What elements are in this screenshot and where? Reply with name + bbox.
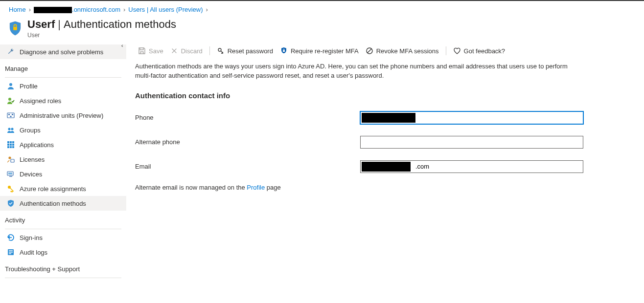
redacted-phone [362, 113, 415, 123]
shield-small-icon [7, 199, 15, 207]
cmd-label: Got feedback? [464, 47, 506, 55]
sidebar-item-label: Azure role assignments [20, 185, 86, 193]
discard-button[interactable]: Discard [170, 47, 203, 55]
cmd-label: Revoke MFA sessions [376, 47, 439, 55]
sidebar-section-troubleshoot: Troubleshooting + Support [0, 260, 126, 276]
command-bar: Save Discard Reset password Require re-r [135, 42, 635, 60]
sidebar-item-label: Licenses [20, 156, 45, 163]
sidebar-item-label: Audit logs [20, 249, 47, 256]
person-check-icon [7, 97, 15, 105]
feedback-button[interactable]: Got feedback? [453, 47, 506, 55]
sidebar-item-admin-units[interactable]: Administrative units (Preview) [0, 108, 126, 123]
revoke-mfa-button[interactable]: Revoke MFA sessions [366, 47, 439, 55]
svg-rect-13 [10, 144, 12, 146]
form-row-email: Email [135, 157, 635, 182]
sidebar-item-signins[interactable]: Sign-ins [0, 230, 126, 245]
svg-point-8 [11, 128, 14, 130]
heart-icon [453, 47, 461, 55]
key-reset-icon [217, 47, 225, 55]
breadcrumb-tenant[interactable]: .onmicrosoft.com [34, 6, 120, 13]
sidebar-item-label: Sign-ins [20, 234, 43, 241]
save-button[interactable]: Save [138, 47, 163, 55]
svg-rect-4 [8, 114, 10, 115]
redacted-email [362, 162, 411, 172]
chevron-right-icon: › [29, 6, 31, 13]
svg-rect-11 [12, 141, 14, 143]
sidebar-item-assigned-roles[interactable]: Assigned roles [0, 93, 126, 108]
shield-lock-icon [9, 21, 22, 36]
require-mfa-button[interactable]: Require re-register MFA [280, 47, 359, 55]
groups-icon [7, 126, 15, 134]
sidebar-item-diagnose[interactable]: Diagnose and solve problems [0, 44, 126, 59]
x-icon [170, 47, 178, 55]
person-icon [7, 82, 15, 90]
sidebar-item-label: Assigned roles [20, 97, 61, 105]
sidebar-section-activity: Activity [0, 211, 126, 227]
sidebar-item-label: Administrative units (Preview) [20, 112, 103, 119]
separator [209, 46, 210, 55]
divider [5, 229, 121, 229]
redacted-tenant-name [34, 7, 72, 13]
breadcrumb-home[interactable]: Home [9, 6, 26, 13]
page-subtitle: User [27, 31, 176, 39]
reset-password-button[interactable]: Reset password [217, 47, 273, 55]
apps-icon [7, 141, 15, 149]
svg-rect-0 [13, 27, 17, 30]
sidebar-item-applications[interactable]: Applications [0, 137, 126, 152]
cmd-label: Require re-register MFA [291, 47, 359, 55]
sidebar-item-authentication-methods[interactable]: Authentication methods [0, 196, 126, 211]
svg-rect-6 [10, 116, 12, 117]
sidebar-item-label: Groups [20, 127, 41, 134]
svg-rect-21 [8, 173, 12, 174]
sidebar-item-audit-logs[interactable]: Audit logs [0, 245, 126, 260]
signin-icon [7, 234, 15, 241]
divider [5, 77, 121, 78]
chevron-right-icon: › [123, 6, 125, 13]
field-label-phone: Phone [135, 114, 360, 121]
svg-rect-17 [12, 146, 14, 148]
svg-rect-12 [7, 144, 9, 146]
separator [446, 46, 446, 55]
main-content: Save Discard Reset password Require re-r [126, 42, 644, 279]
field-label-alt-phone: Alternate phone [135, 138, 360, 146]
form-row-phone: Phone [135, 108, 635, 133]
user-display-name: Userf [27, 18, 55, 31]
page-header: Userf | Authentication methods User [0, 18, 644, 42]
cmd-label: Save [149, 47, 163, 55]
sidebar-item-profile[interactable]: Profile [0, 79, 126, 93]
org-icon [7, 111, 15, 119]
profile-link[interactable]: Profile [247, 184, 265, 191]
svg-point-1 [9, 83, 12, 86]
svg-rect-25 [283, 50, 285, 52]
svg-rect-5 [12, 114, 13, 115]
wrench-icon [7, 48, 15, 56]
alternate-phone-input[interactable] [360, 136, 583, 149]
block-icon [366, 47, 373, 55]
alt-email-note: Alternate email is now managed on the Pr… [135, 182, 635, 191]
device-icon [7, 170, 15, 178]
breadcrumb-users[interactable]: Users | All users (Preview) [128, 6, 203, 13]
lock-shield-icon [280, 47, 288, 55]
sidebar: ‹‹ Diagnose and solve problems Manage Pr… [0, 42, 126, 279]
license-icon [7, 155, 15, 163]
sidebar-section-manage: Manage [0, 59, 126, 75]
svg-rect-14 [12, 144, 14, 146]
log-icon [7, 248, 15, 256]
key-icon [7, 185, 15, 193]
svg-rect-15 [7, 146, 9, 148]
field-label-email: Email [135, 163, 360, 170]
save-icon [138, 47, 146, 55]
svg-rect-9 [7, 141, 9, 143]
sidebar-item-label: Profile [20, 83, 38, 90]
svg-rect-19 [11, 159, 14, 162]
breadcrumb: Home › .onmicrosoft.com › Users | All us… [0, 1, 644, 18]
page-section-name: Authentication methods [64, 18, 176, 31]
sidebar-item-devices[interactable]: Devices [0, 167, 126, 181]
sidebar-item-label: Applications [20, 141, 54, 149]
sidebar-item-azure-role[interactable]: Azure role assignments [0, 181, 126, 196]
sidebar-item-label: Devices [20, 171, 42, 178]
sidebar-item-groups[interactable]: Groups [0, 123, 126, 137]
svg-rect-16 [10, 146, 12, 148]
cmd-label: Reset password [228, 47, 273, 55]
sidebar-item-licenses[interactable]: Licenses [0, 152, 126, 167]
